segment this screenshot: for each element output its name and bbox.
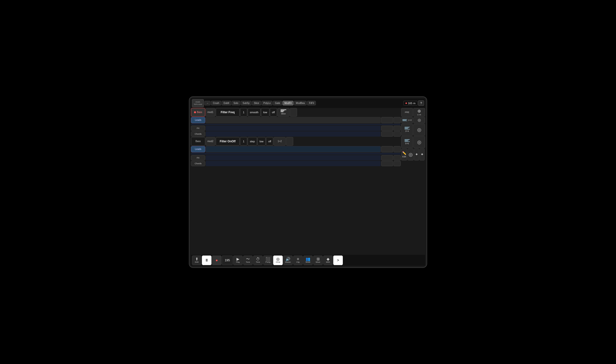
chords-extra-4[interactable] [394,161,401,166]
mod2-bar-grid[interactable] [191,153,401,155]
fx-extra-3[interactable] [381,155,393,160]
mode-btn[interactable]: 👥 Mode [303,256,313,265]
chords-row-2: Chords [191,161,401,166]
right-edit-row: ✏️ Edit ◎ ✦ ✦ ⊙ [401,148,425,160]
right-3plus4-row: 3+4 ◎ [401,124,425,136]
ccut-icon: ◎ [276,257,280,261]
mod1-val3[interactable]: low [261,108,270,117]
play-icon: ▶ [236,257,239,261]
leads-mod-area-2 [206,146,381,152]
star-icon-1: ✦ [415,152,418,156]
bass-channel-btn-2[interactable]: Bass [191,137,205,146]
mod2-val4[interactable]: off [266,137,273,146]
gate-btn[interactable]: Gate [273,101,282,105]
record-btn[interactable]: ● [212,256,221,265]
spiral-btn-4[interactable]: ◎ [408,148,414,160]
clip-btn[interactable]: ≡ Clip [293,256,303,265]
spiral-btn-2[interactable]: ◎ [413,124,425,136]
mod2-slice-btn[interactable]: 1+2 [274,137,286,146]
fx-grid-2 [206,155,381,160]
help-btn[interactable]: ? [418,100,424,106]
fx-extra-4[interactable] [394,155,401,160]
star-btn-2[interactable]: ✦ [420,148,424,160]
mod1-label[interactable]: mod1 [206,108,215,117]
slice-btn[interactable]: Slice [252,101,261,105]
leads-mod-area [206,117,381,123]
crush-btn[interactable]: Crush [211,101,221,105]
next-btn[interactable]: > [333,256,343,265]
main-content: Bass mod1 Filter Freq 1 smooth low off S… [191,108,425,255]
pump-btn[interactable]: ⬛ Pump [263,256,273,265]
slice-icon [281,109,286,112]
fx-extra-1[interactable] [381,126,393,131]
midi-icon: ◆ [327,257,329,261]
master-icon: 🔊 [286,257,290,261]
play-btn[interactable]: ▶ Play [233,256,243,265]
right-top-row: PRE ⊕ C+R [401,108,425,117]
bass-channel-btn-1[interactable]: Bass [191,108,205,117]
pre-btn[interactable]: PRE [401,108,413,117]
tempo-value: 165 [408,102,412,105]
mixer-btn[interactable]: ⊞ Mixer [313,256,323,265]
mod1-preset-btn[interactable]: mod1 %/% mod [192,99,204,107]
fx-row-2: FX [191,155,401,160]
chords-btn-2[interactable]: Chords [191,161,205,166]
star-btn-1[interactable]: ✦ [414,148,419,160]
chords-extra-2[interactable] [394,131,401,137]
spiral-btn-1[interactable]: ◎ [413,117,425,123]
mod2-section: Bass mod2 Filter OnOff 1 step low off 1+… [191,137,401,166]
chords-btn-1[interactable]: Chords [191,131,205,137]
edit-btn[interactable]: ✏️ Edit [401,148,407,160]
slice-5plus6-btn[interactable]: 5+6 [401,136,413,148]
mod2-param-name: Filter OnOff [216,137,240,146]
mod1-bar-grid[interactable] [191,124,401,125]
time-btn[interactable]: ⏱ Time [253,256,263,265]
shift-btn[interactable]: ⬆ Shift [192,256,201,265]
mod1-extra-btn[interactable] [290,108,297,117]
cplus-btn[interactable]: ⊕ C+R [413,108,425,117]
mod2-val3[interactable]: low [257,137,266,146]
tempo-display[interactable]: 165 m [403,101,418,106]
fx-btn-2[interactable]: FX [191,155,205,160]
mod2-label[interactable]: mod2 [206,137,215,146]
midi-btn[interactable]: ◆ MIDI [323,256,333,265]
tempo-dot [406,103,407,104]
slice-right-btn[interactable]: Slice [278,108,289,117]
filfil-btn[interactable]: FilFil [307,101,316,105]
tone-btn[interactable]: 〜 Tone [243,256,253,265]
leads-channel-btn-1[interactable]: Leads [191,117,205,123]
leads-slice-btn-2[interactable] [381,146,393,152]
polylo-btn[interactable]: PolyLo [261,101,273,105]
modbea-btn[interactable]: ModBea [294,101,307,105]
slice-1plus2-btn[interactable]: 1+2 [401,117,413,123]
clip-icon: ≡ [297,257,299,261]
master-btn[interactable]: 🔊 Master [283,256,293,265]
ccut-btn[interactable]: ◎ CCut [273,256,283,265]
mod2-val2[interactable]: step [248,137,257,146]
pause-btn[interactable]: ⏸ [202,256,211,265]
tone-icon: 〜 [246,257,250,261]
modfil-btn[interactable]: ModFil [282,101,294,105]
mod2-val1[interactable]: 1 [240,137,247,146]
slice-3plus4-btn[interactable]: 3+4 [401,124,413,136]
mod1-val2[interactable]: smooth [248,108,261,117]
leads-extra-btn-2[interactable] [394,146,401,152]
leads-extra-btn[interactable] [394,117,401,123]
fx-extra-2[interactable] [394,126,401,131]
tablet-device: mod1 %/% mod → Crush DubIt Solo SubSy Sl… [189,96,427,268]
chords-extra-3[interactable] [381,161,393,166]
subsy-btn[interactable]: SubSy [241,101,252,105]
leads-channel-btn-2[interactable]: Leads [191,146,205,152]
forward-btn[interactable]: → [204,101,210,105]
fx-btn-1[interactable]: FX [191,126,205,131]
dublt-btn[interactable]: DubIt [222,101,231,105]
mod2-extra-btn[interactable] [286,137,293,146]
mod1-val1[interactable]: 1 [240,108,247,117]
leads-slice-btn[interactable] [381,117,393,123]
solo-btn[interactable]: Solo [232,101,240,105]
bpm-display[interactable]: 195 [222,256,233,265]
spiral-btn-3[interactable]: ◎ [413,136,425,148]
mod1-val4[interactable]: off [270,108,277,117]
chords-extra-1[interactable] [381,131,393,137]
chords-grid-2 [206,161,381,166]
